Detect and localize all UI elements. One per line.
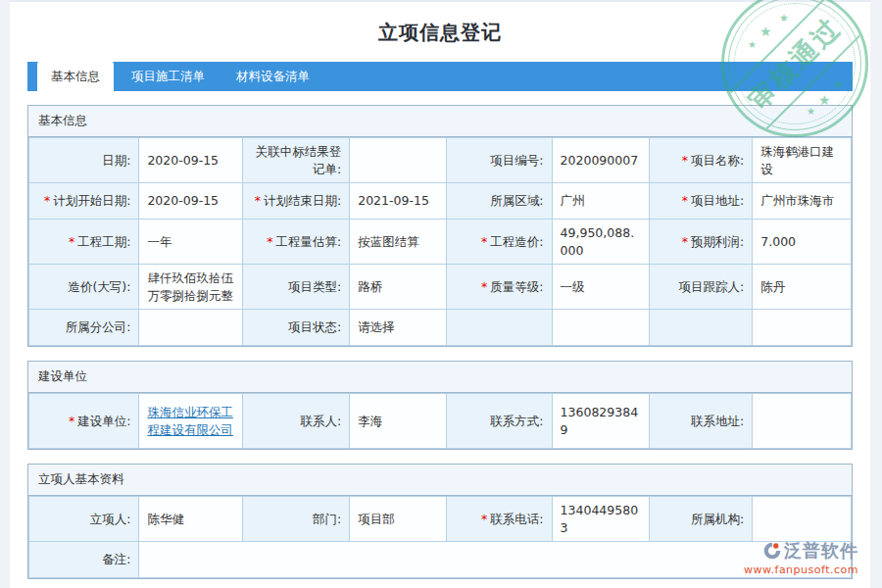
field-value-organization (753, 497, 852, 542)
field-label-text: 工程工期: (77, 234, 130, 249)
field-label-project-status: 项目状态: (243, 310, 350, 346)
table-row: 备注: (29, 542, 852, 578)
required-mark: * (481, 279, 487, 294)
field-value-bid-result (350, 138, 447, 183)
section-basic-info-title: 基本信息 (28, 106, 852, 137)
table-row: *建设单位: 珠海信业环保工程建设有限公司 联系人: 李海 联系方式: 1360… (29, 394, 852, 449)
field-label-text: 立项人: (90, 512, 131, 526)
section-initiator-info-title: 立项人基本资料 (28, 465, 852, 496)
field-label-duration: *工程工期: (29, 220, 139, 265)
field-value-duration: 一年 (139, 220, 243, 265)
field-label-project-address: *项目地址: (649, 183, 753, 220)
field-value-contact-method: 13608293849 (552, 394, 649, 449)
field-label-plan-start: *计划开始日期: (29, 183, 139, 220)
required-mark: * (682, 234, 688, 249)
required-mark: * (255, 193, 261, 208)
vendor-url[interactable]: www.fanpusoft.com (744, 564, 858, 576)
field-value-region: 广州 (552, 183, 649, 220)
field-label-text: 所属区域: (490, 193, 543, 208)
field-value-cost-in-words: 肆仟玖佰玖拾伍万零捌拾捌元整 (139, 265, 243, 310)
field-label-text: 工程造价: (490, 234, 543, 249)
field-label-construction-unit: *建设单位: (29, 394, 139, 449)
field-value-project-tracker: 陈丹 (753, 265, 852, 310)
field-label-text: 计划开始日期: (53, 193, 130, 208)
field-label-project-type: 项目类型: (243, 265, 350, 310)
field-label-text: 项目类型: (288, 279, 341, 294)
field-label-text: 预期利润: (691, 234, 744, 249)
basic-info-table: 日期: 2020-09-15 关联中标结果登记单: 项目编号: 20200900… (28, 137, 852, 346)
required-mark: * (481, 234, 487, 249)
field-value-department: 项目部 (350, 497, 447, 542)
vendor-name: 泛普软件 (784, 539, 858, 563)
field-label-contact-address: 联系地址: (649, 394, 753, 449)
field-value-construction-unit: 珠海信业环保工程建设有限公司 (139, 394, 243, 449)
field-value-project-address: 广州市珠海市 (753, 183, 852, 220)
field-label-text: 建设单位: (77, 414, 130, 428)
field-value-project-type: 路桥 (350, 265, 447, 310)
field-label-text: 计划结束日期: (264, 193, 341, 208)
empty-label-cell (649, 310, 753, 346)
tab-material-equipment-list[interactable]: 材料设备清单 (222, 62, 323, 91)
table-row: *工程工期: 一年 *工程量估算: 按蓝图结算 *工程造价: 49,950,08… (29, 220, 852, 265)
section-basic-info: 基本信息 日期: 2020-09-15 关联中标结果登记单: 项目编号: 202… (27, 105, 853, 347)
field-label-text: 联系电话: (490, 512, 543, 526)
field-value-expected-profit: 7.000 (753, 220, 852, 265)
field-label-text: 项目状态: (288, 319, 341, 334)
field-value-initiator: 陈华健 (139, 497, 243, 542)
field-label-text: 项目名称: (691, 153, 744, 168)
field-label-contact-method: 联系方式: (447, 394, 552, 449)
field-label-text: 所属机构: (691, 512, 744, 526)
required-mark: * (44, 193, 50, 208)
field-label-project-tracker: 项目跟踪人: (649, 265, 753, 310)
construction-unit-link[interactable]: 珠海信业环保工程建设有限公司 (147, 405, 233, 437)
field-label-text: 工程量估算: (275, 234, 341, 249)
field-label-text: 造价(大写): (68, 279, 130, 294)
content-panel: 立项信息登记 基本信息 项目施工清单 材料设备清单 基本信息 日期: 2020-… (10, 0, 870, 588)
required-mark: * (682, 153, 688, 168)
field-value-phone: 13404495803 (552, 497, 649, 542)
field-label-text: 联系方式: (490, 414, 543, 428)
table-row: 立项人: 陈华健 部门: 项目部 *联系电话: 13404495803 所属机构… (29, 497, 852, 542)
tab-basic-info[interactable]: 基本信息 (37, 62, 114, 91)
required-mark: * (69, 234, 74, 249)
required-mark: * (69, 414, 74, 428)
vendor-watermark: 泛普软件 www.fanpusoft.com (744, 539, 858, 576)
field-label-text: 联系人: (300, 414, 341, 428)
field-label-date: 日期: (29, 138, 139, 183)
field-label-phone: *联系电话: (447, 497, 552, 542)
vendor-logo-icon (762, 541, 782, 561)
field-label-text: 联系地址: (691, 414, 744, 428)
field-label-text: 部门: (313, 512, 341, 526)
field-value-contact-person: 李海 (350, 394, 447, 449)
field-label-quality-grade: *质量等级: (447, 265, 552, 310)
field-value-project-status-select[interactable]: 请选择 (350, 310, 447, 346)
tab-construction-list[interactable]: 项目施工清单 (118, 62, 219, 91)
section-construction-unit: 建设单位 *建设单位: 珠海信业环保工程建设有限公司 联系人: 李海 联系方式:… (27, 361, 853, 450)
field-label-text: 质量等级: (490, 279, 543, 294)
field-label-bid-result: 关联中标结果登记单: (243, 138, 350, 183)
required-mark: * (682, 193, 688, 208)
field-label-initiator: 立项人: (29, 497, 139, 542)
required-mark: * (267, 234, 272, 249)
field-label-remark: 备注: (29, 542, 139, 578)
field-value-quality-grade: 一级 (552, 265, 649, 310)
field-label-text: 项目跟踪人: (679, 279, 745, 294)
field-value-plan-start: 2020-09-15 (139, 183, 243, 220)
field-label-project-cost: *工程造价: (447, 220, 552, 265)
field-label-project-no: 项目编号: (447, 138, 552, 183)
field-label-text: 所属分公司: (66, 319, 131, 334)
table-row: 所属分公司: 项目状态: 请选择 (29, 310, 852, 346)
field-label-quantity-estimate: *工程量估算: (243, 220, 350, 265)
field-label-text: 项目编号: (490, 153, 543, 168)
table-row: 日期: 2020-09-15 关联中标结果登记单: 项目编号: 20200900… (29, 138, 852, 183)
empty-label-cell (447, 310, 552, 346)
field-label-branch-company: 所属分公司: (29, 310, 139, 346)
page-title: 立项信息登记 (10, 2, 870, 46)
empty-value-cell (552, 310, 649, 346)
construction-unit-table: *建设单位: 珠海信业环保工程建设有限公司 联系人: 李海 联系方式: 1360… (28, 393, 852, 449)
field-label-plan-end: *计划结束日期: (243, 183, 350, 220)
field-label-project-name: *项目名称: (649, 138, 753, 183)
field-label-cost-in-words: 造价(大写): (29, 265, 139, 310)
initiator-info-table: 立项人: 陈华健 部门: 项目部 *联系电话: 13404495803 所属机构… (28, 496, 852, 578)
table-row: 造价(大写): 肆仟玖佰玖拾伍万零捌拾捌元整 项目类型: 路桥 *质量等级: 一… (29, 265, 852, 310)
